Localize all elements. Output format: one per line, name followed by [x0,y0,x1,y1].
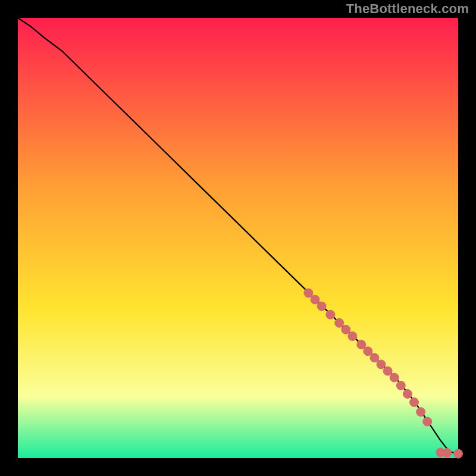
data-marker [390,373,399,382]
data-marker [335,318,344,327]
data-marker [383,367,392,375]
data-marker [342,325,350,334]
data-marker [304,289,313,298]
data-marker [317,302,326,311]
data-marker [454,449,463,458]
data-marker [396,381,405,390]
data-marker [403,390,412,399]
data-marker [443,449,452,458]
chart-svg [0,0,476,476]
chart-frame: { "watermark": "TheBottleneck.com", "col… [0,0,476,476]
data-marker [326,310,335,319]
plot-background [18,18,458,458]
data-marker [377,360,386,369]
data-marker [357,340,366,349]
data-marker [348,332,357,341]
data-marker [416,408,425,416]
data-marker [311,295,320,304]
data-marker [370,353,379,362]
watermark-text: TheBottleneck.com [346,1,469,17]
data-marker [364,347,372,356]
data-marker [423,417,432,426]
data-marker [410,398,419,407]
